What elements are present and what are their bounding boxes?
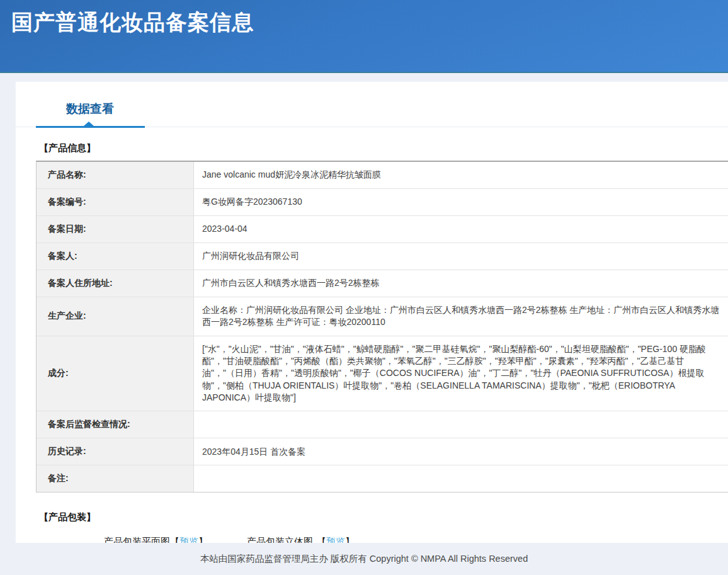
section-title-product-packaging: 【产品包装】 bbox=[39, 511, 728, 523]
row-label: 备案后监督检查情况: bbox=[37, 411, 194, 438]
row-label: 历史记录: bbox=[37, 438, 194, 465]
table-row: 成分: ["水"，"火山泥"，"甘油"，"液体石蜡"，"鲸蜡硬脂醇"，"聚二甲基… bbox=[37, 336, 728, 412]
tab-active-triangle-icon bbox=[84, 122, 94, 126]
row-value: 粤G妆网备字2023067130 bbox=[194, 189, 728, 215]
tab-data-view[interactable]: 数据查看 bbox=[66, 101, 114, 117]
header-banner: 国产普通化妆品备案信息 bbox=[0, 0, 728, 73]
row-label: 备案日期: bbox=[37, 216, 194, 242]
row-value: 2023-04-04 bbox=[194, 216, 728, 242]
row-value bbox=[194, 465, 728, 492]
footer-copyright-text: 本站由国家药品监督管理局主办 版权所有 Copyright © NMPA All… bbox=[200, 553, 528, 565]
row-value: Jane volcanic mud妍泥冷泉冰泥精华抗皱面膜 bbox=[194, 162, 728, 188]
row-label: 生产企业: bbox=[37, 297, 194, 336]
row-value: 广州润研化妆品有限公司 bbox=[194, 243, 728, 270]
tab-bar: 数据查看 bbox=[16, 82, 728, 127]
row-label: 产品名称: bbox=[37, 162, 194, 188]
table-row: 生产企业: 企业名称：广州润研化妆品有限公司 企业地址：广州市白云区人和镇秀水塘… bbox=[37, 297, 728, 336]
section-title-product-info: 【产品信息】 bbox=[39, 142, 728, 154]
row-value bbox=[194, 411, 728, 438]
row-value: 企业名称：广州润研化妆品有限公司 企业地址：广州市白云区人和镇秀水塘西一路2号2… bbox=[194, 297, 728, 336]
table-row: 备案编号: 粤G妆网备字2023067130 bbox=[37, 189, 728, 216]
page-footer: 本站由国家药品监督管理局主办 版权所有 Copyright © NMPA All… bbox=[0, 543, 728, 575]
table-row: 备案人住所地址: 广州市白云区人和镇秀水塘西一路2号2栋整栋 bbox=[37, 270, 728, 297]
table-row: 备注: bbox=[37, 465, 728, 492]
row-label: 备案人住所地址: bbox=[37, 270, 194, 297]
row-label: 备案人: bbox=[37, 243, 194, 270]
tab-active-underline bbox=[36, 126, 145, 128]
table-row: 备案人: 广州润研化妆品有限公司 bbox=[37, 243, 728, 270]
row-label: 备案编号: bbox=[37, 189, 194, 215]
table-row: 历史记录: 2023年04月15日 首次备案 bbox=[37, 438, 728, 465]
row-value: ["水"，"火山泥"，"甘油"，"液体石蜡"，"鲸蜡硬脂醇"，"聚二甲基硅氧烷"… bbox=[194, 336, 728, 411]
content-card: 数据查看 【产品信息】 产品名称: Jane volcanic mud妍泥冷泉冰… bbox=[16, 82, 728, 575]
table-row: 产品名称: Jane volcanic mud妍泥冷泉冰泥精华抗皱面膜 bbox=[37, 162, 728, 189]
table-row: 备案后监督检查情况: bbox=[37, 411, 728, 438]
table-row: 备案日期: 2023-04-04 bbox=[37, 216, 728, 243]
product-info-table: 产品名称: Jane volcanic mud妍泥冷泉冰泥精华抗皱面膜 备案编号… bbox=[36, 161, 728, 492]
page-title: 国产普通化妆品备案信息 bbox=[11, 8, 728, 37]
row-value: 广州市白云区人和镇秀水塘西一路2号2栋整栋 bbox=[194, 270, 728, 297]
row-value: 2023年04月15日 首次备案 bbox=[194, 438, 728, 465]
row-label: 成分: bbox=[37, 336, 194, 411]
row-label: 备注: bbox=[37, 465, 194, 492]
